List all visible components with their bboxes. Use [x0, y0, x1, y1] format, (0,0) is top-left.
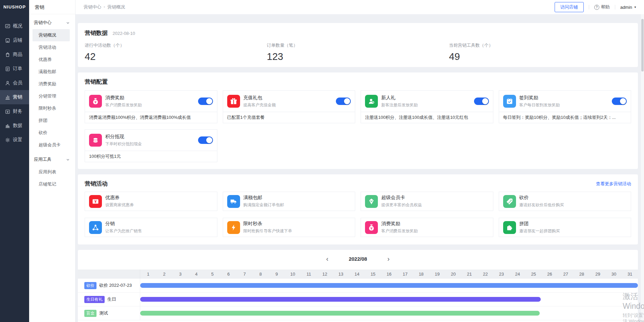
activity-item-free-shipping[interactable]: 满额包邮 购满指定金额订单包邮	[223, 192, 356, 211]
sub-sidebar: 营销 营销中心 营销概况 营销活动 优惠券 满额包邮 消费奖励 分销管理 限时秒…	[29, 0, 76, 322]
gantt-bar[interactable]	[140, 297, 541, 302]
activity-item-distribution[interactable]: 分销 让客户为您推广销售	[85, 218, 217, 237]
coupon-icon	[89, 195, 102, 208]
sidebar-item-goods[interactable]: 商品	[0, 47, 29, 62]
help-button[interactable]: ? 帮助	[594, 4, 610, 10]
day-cell: 6	[220, 272, 236, 277]
view-more-link[interactable]: 查看更多营销活动	[596, 181, 631, 187]
submenu-item-marketing-overview[interactable]: 营销概况	[33, 29, 70, 41]
activity-item-coupon[interactable]: 优惠券 设置商家优惠券	[85, 192, 217, 211]
config-item-checkin-reward: 签到奖励 客户每日签到发放奖励 每日签到：奖励10积分、奖励10成长值；连续签到…	[499, 90, 631, 123]
toggle-switch[interactable]	[336, 98, 351, 105]
scrollbar-thumb[interactable]	[641, 19, 644, 71]
day-cell: 7	[237, 272, 253, 277]
stat-active-activities: 进行中活动数（个） 42	[85, 42, 267, 62]
sidebar-item-member[interactable]: 会员	[0, 76, 29, 90]
calendar-table: 1234567891011121314151617181920212223242…	[78, 270, 638, 320]
content: 营销数据 2022-08-10 进行中活动数（个） 42 订单数量（笔） 123…	[76, 14, 644, 322]
day-cell: 15	[365, 272, 381, 277]
money-bag-icon	[365, 221, 378, 234]
finance-icon	[5, 109, 10, 114]
stat-order-count: 订单数量（笔） 123	[267, 42, 449, 62]
day-cell: 14	[349, 272, 365, 277]
gantt-bar[interactable]	[140, 311, 540, 316]
day-cell: 11	[301, 272, 317, 277]
vertical-scrollbar	[641, 14, 644, 322]
submenu-item-shop-notes[interactable]: 店铺笔记	[29, 178, 75, 190]
card-title: 营销活动	[85, 180, 108, 188]
sidebar-item-overview[interactable]: 概况	[0, 19, 29, 33]
groupbuy-icon	[503, 221, 516, 234]
row-badge: 砍价	[84, 282, 96, 289]
toggle-switch[interactable]	[474, 98, 489, 105]
toggle-switch[interactable]	[612, 98, 627, 105]
row-label-text: 生日	[107, 296, 116, 302]
submenu-item-marketing-activity[interactable]: 营销活动	[29, 41, 75, 53]
sidebar-item-data[interactable]: 数据	[0, 119, 29, 133]
user-menu[interactable]: admin ▼	[620, 5, 637, 10]
day-cell: 1	[140, 272, 156, 277]
sidebar-item-finance[interactable]: 财务	[0, 104, 29, 119]
sidebar-item-settings[interactable]: 设置	[0, 133, 29, 147]
day-cell: 17	[397, 272, 413, 277]
gantt-bar[interactable]	[140, 283, 638, 288]
config-status: 注册送100积分、注册送100成长值、注册送10元红包	[361, 112, 493, 123]
day-cell: 10	[285, 272, 301, 277]
marketing-data-card: 营销数据 2022-08-10 进行中活动数（个） 42 订单数量（笔） 123…	[78, 23, 638, 67]
submenu-item-vip-card[interactable]: 超级会员卡	[29, 139, 75, 151]
submenu-group-app-tools[interactable]: 应用工具	[29, 153, 75, 166]
row-badge: 生日有礼	[84, 296, 105, 303]
next-month-button[interactable]: ›	[386, 255, 391, 262]
submenu-title: 营销	[29, 0, 75, 14]
visit-shop-button[interactable]: 访问店铺	[555, 2, 584, 12]
day-cell: 3	[172, 272, 188, 277]
config-item-newcomer-gift: 新人礼 新客注册后发放奖励 注册送100积分、注册送100成长值、注册送10元红…	[361, 90, 493, 123]
app-logo: NIUSHOP	[0, 0, 29, 14]
submenu-item-bargain[interactable]: 砍价	[29, 127, 75, 139]
config-item-recharge-pack: 充值礼包 提高客户充值金额 已配置1个充值套餐	[223, 90, 356, 123]
sidebar-item-marketing[interactable]: 营销	[0, 90, 29, 104]
calendar-day-header: 1234567891011121314151617181920212223242…	[78, 270, 638, 279]
chevron-down-icon	[66, 158, 70, 162]
config-item-consume-reward: 消费奖励 客户消费后发放奖励 消费返消费额100%积分、消费返消费额100%成长…	[85, 90, 217, 123]
chevron-down-icon	[66, 21, 70, 25]
topbar-actions: 访问店铺 ? 帮助 admin ▼	[555, 2, 637, 12]
submenu-item-coupon[interactable]: 优惠券	[29, 53, 75, 66]
day-cell: 9	[269, 272, 284, 277]
config-status: 消费返消费额100%积分、消费返消费额100%成长值	[85, 112, 217, 123]
divider	[615, 5, 615, 9]
data-date: 2022-08-10	[112, 31, 135, 36]
row-label-text: 测试	[99, 310, 108, 316]
marketing-activity-card: 营销活动 查看更多营销活动 优惠券 设置商家优惠券	[78, 174, 638, 244]
sidebar-item-shop[interactable]: 店铺	[0, 33, 29, 47]
submenu-item-flash-sale[interactable]: 限时秒杀	[29, 102, 75, 114]
bargain-tag-icon	[503, 195, 516, 208]
submenu-item-groupbuy[interactable]: 拼团	[29, 114, 75, 127]
breadcrumb-parent[interactable]: 营销中心	[84, 4, 101, 10]
submenu-item-distribution[interactable]: 分销管理	[29, 90, 75, 102]
activity-item-groupbuy[interactable]: 拼团 邀请朋友一起拼团购买	[499, 218, 631, 237]
activity-item-bargain[interactable]: 砍价 邀请好友砍价后低价购买	[499, 192, 631, 211]
toggle-switch[interactable]	[198, 98, 213, 105]
config-status: 已配置1个充值套餐	[223, 112, 355, 123]
flash-sale-icon	[227, 221, 240, 234]
shop-icon	[5, 38, 10, 43]
goods-icon	[5, 52, 10, 58]
submenu-group-marketing-center[interactable]: 营销中心	[29, 16, 75, 29]
breadcrumb-separator: -	[104, 4, 105, 10]
submenu-item-consume-reward[interactable]: 消费奖励	[29, 78, 75, 90]
submenu-item-free-shipping[interactable]: 满额包邮	[29, 66, 75, 78]
activity-item-flash-sale[interactable]: 限时秒杀 限时抢购引导客户快速下单	[223, 218, 356, 237]
username: admin	[620, 5, 632, 10]
submenu-item-app-list[interactable]: 应用列表	[29, 166, 75, 178]
user-plus-icon	[365, 95, 378, 108]
gantt-row-blindbox: 盲盒 测试	[78, 306, 638, 320]
prev-month-button[interactable]: ‹	[325, 255, 330, 262]
breadcrumb: 营销中心 - 营销概况	[84, 4, 125, 10]
activity-item-vip-card[interactable]: 超级会员卡 提供更丰富的会员权益	[361, 192, 493, 211]
data-icon	[5, 123, 10, 129]
toggle-switch[interactable]	[198, 136, 213, 144]
activity-item-consume-reward[interactable]: 消费奖励 客户消费后发放奖励	[361, 218, 493, 237]
card-title: 营销配置	[85, 78, 108, 86]
sidebar-item-order[interactable]: 订单	[0, 62, 29, 76]
